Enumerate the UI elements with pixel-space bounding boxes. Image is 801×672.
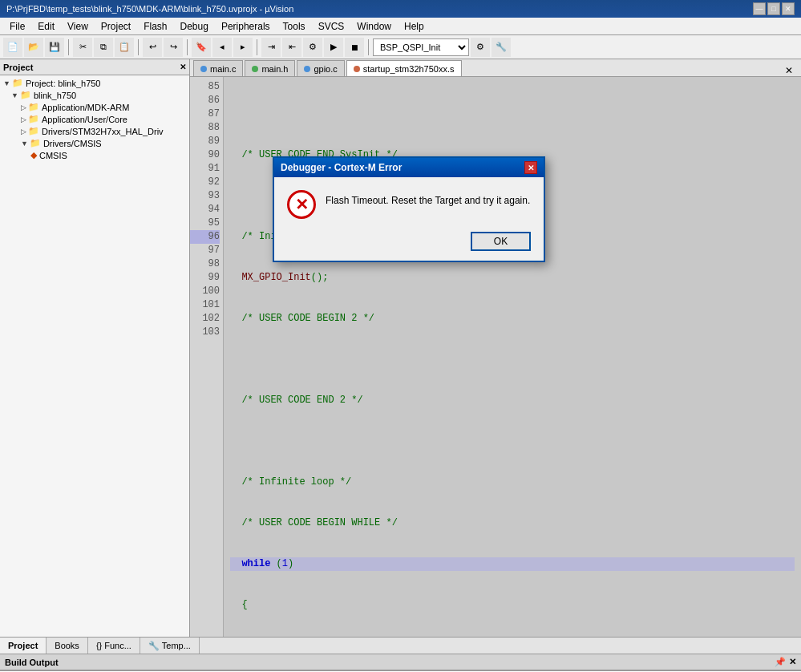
- error-icon: ✕: [287, 190, 316, 219]
- dialog-overlay: Debugger - Cortex-M Error ✕ ✕ Flash Time…: [0, 0, 801, 672]
- dialog-title: Debugger - Cortex-M Error: [281, 162, 402, 173]
- dialog-message: Flash Timeout. Reset the Target and try …: [326, 190, 530, 208]
- error-dialog: Debugger - Cortex-M Error ✕ ✕ Flash Time…: [273, 156, 545, 262]
- dialog-titlebar: Debugger - Cortex-M Error ✕: [274, 158, 544, 177]
- dialog-footer: OK: [274, 225, 544, 261]
- dialog-close-button[interactable]: ✕: [524, 161, 537, 174]
- ok-button[interactable]: OK: [471, 232, 531, 251]
- dialog-body: ✕ Flash Timeout. Reset the Target and tr…: [274, 177, 544, 225]
